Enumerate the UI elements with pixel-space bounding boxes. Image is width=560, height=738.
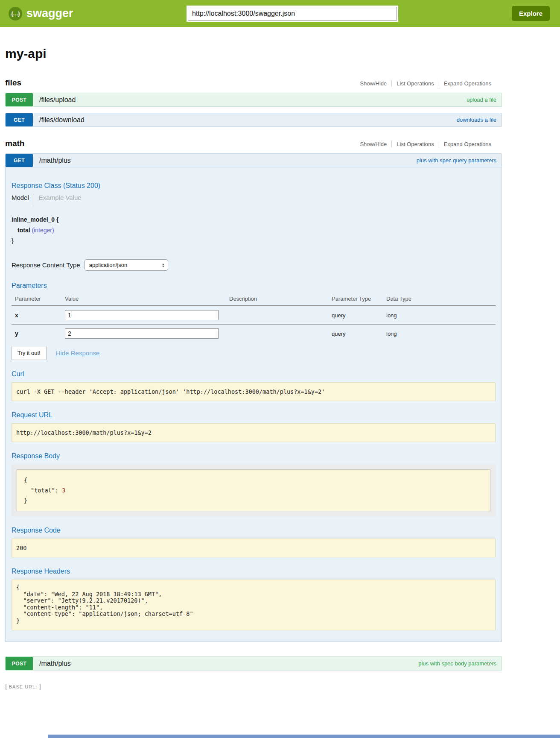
model-signature: inline_model_0 { total (integer) } [12, 214, 496, 246]
get-method-badge: GET [6, 113, 33, 126]
post-method-badge: POST [6, 657, 33, 670]
parameter-data-type: long [386, 325, 496, 343]
parameter-name: y [12, 325, 65, 343]
explore-button[interactable]: Explore [512, 6, 550, 21]
parameter-x-input[interactable] [65, 310, 219, 320]
response-code-heading: Response Code [12, 527, 496, 534]
parameter-row-y: y query long [12, 325, 496, 343]
try-it-out-button[interactable]: Try it out! [12, 346, 47, 360]
model-property-type: (integer) [32, 227, 54, 234]
parameter-y-input[interactable] [65, 328, 219, 339]
files-section-links: Show/Hide List Operations Expand Operati… [355, 80, 496, 87]
col-data-type: Data Type [386, 294, 496, 306]
model-property-name: total [18, 227, 30, 234]
try-it-out-row: Try it out! Hide Response [12, 346, 496, 360]
response-body-json: { "total": 3 } [17, 469, 490, 511]
parameter-type: query [332, 325, 386, 343]
parameters-table: Parameter Value Description Parameter Ty… [12, 294, 496, 343]
base-url-label: BASE URL: [9, 684, 37, 689]
swagger-logo-text: swagger [26, 7, 73, 20]
operation-row-math-plus-post[interactable]: POST /math/plus plus with spec body para… [5, 656, 502, 671]
files-section-title: files [5, 78, 21, 88]
files-expand-operations-link[interactable]: Expand Operations [439, 80, 496, 87]
operation-summary-link[interactable]: upload a file [467, 97, 496, 103]
tab-model[interactable]: Model [12, 194, 29, 201]
operation-row-files-upload[interactable]: POST /files/upload upload a file [5, 93, 502, 107]
parameter-description [229, 325, 332, 343]
spec-url-input[interactable] [188, 7, 397, 20]
parameter-description [229, 306, 332, 325]
response-code-value: 200 [12, 539, 496, 557]
select-arrows-icon: ▲▼ [162, 263, 165, 267]
main-content: my-api files Show/Hide List Operations E… [5, 47, 502, 691]
response-content-type-label: Response Content Type [12, 261, 80, 269]
swagger-logo-icon: {…} [9, 7, 22, 20]
request-url-heading: Request URL [12, 411, 496, 419]
base-url-bracket-close: ] [39, 682, 41, 691]
curl-command: curl -X GET --header 'Accept: applicatio… [12, 382, 496, 401]
request-url-value: http://localhost:3000/math/plus?x=1&y=2 [12, 423, 496, 442]
get-method-badge: GET [6, 154, 33, 167]
files-list-operations-link[interactable]: List Operations [391, 80, 438, 87]
col-description: Description [229, 294, 332, 306]
operation-path[interactable]: /files/upload [39, 96, 76, 104]
base-url-bracket-open: [ [5, 682, 7, 691]
tab-example-value[interactable]: Example Value [39, 194, 82, 201]
response-content-type-row: Response Content Type application/json ▲… [12, 259, 496, 271]
operation-row-files-download[interactable]: GET /files/download downloads a file [5, 113, 502, 127]
operation-path[interactable]: /files/download [39, 116, 85, 124]
files-section-header: files Show/Hide List Operations Expand O… [5, 78, 502, 88]
math-plus-expanded-panel: Response Class (Status 200) Model Exampl… [5, 167, 502, 642]
response-content-type-select[interactable]: application/json ▲▼ [85, 259, 168, 271]
parameter-type: query [332, 306, 386, 325]
response-headers-json: { "date": "Wed, 22 Aug 2018 18:49:13 GMT… [12, 580, 496, 630]
operation-row-math-plus-get[interactable]: GET /math/plus plus with spec query para… [5, 153, 502, 167]
operation-path[interactable]: /math/plus [39, 660, 71, 668]
math-section-header: math Show/Hide List Operations Expand Op… [5, 139, 502, 148]
hide-response-link[interactable]: Hide Response [56, 349, 100, 357]
math-show-hide-link[interactable]: Show/Hide [355, 141, 391, 147]
response-content-type-value: application/json [89, 262, 128, 268]
math-list-operations-link[interactable]: List Operations [391, 141, 438, 147]
model-tabs: Model Example Value [12, 194, 496, 207]
operation-path[interactable]: /math/plus [39, 157, 71, 164]
window-bottom-edge-bar [48, 735, 560, 738]
math-expand-operations-link[interactable]: Expand Operations [439, 141, 496, 147]
parameters-heading: Parameters [12, 282, 496, 290]
math-section-title: math [5, 139, 24, 148]
json-key: "total": [31, 487, 58, 494]
parameter-row-x: x query long [12, 306, 496, 325]
json-value: 3 [62, 487, 65, 494]
model-name: inline_model_0 { [12, 216, 58, 223]
curl-heading: Curl [12, 370, 496, 378]
col-parameter-type: Parameter Type [332, 294, 386, 306]
json-close-brace: } [24, 495, 483, 506]
col-value: Value [65, 294, 229, 306]
col-parameter: Parameter [12, 294, 65, 306]
operation-summary-link[interactable]: downloads a file [457, 117, 496, 123]
parameter-data-type: long [386, 306, 496, 325]
files-show-hide-link[interactable]: Show/Hide [355, 80, 391, 87]
base-url-footer: [ BASE URL: ] [5, 682, 502, 691]
json-open-brace: { [24, 475, 483, 485]
model-close-brace: } [12, 236, 496, 246]
response-class-heading: Response Class (Status 200) [12, 182, 496, 190]
response-body-block: { "total": 3 } [12, 464, 496, 516]
math-section-links: Show/Hide List Operations Expand Operati… [355, 141, 496, 147]
response-headers-heading: Response Headers [12, 568, 496, 575]
response-body-heading: Response Body [12, 452, 496, 460]
operation-summary-link[interactable]: plus with spec query parameters [417, 157, 496, 164]
parameter-name: x [12, 306, 65, 325]
page-title: my-api [5, 47, 502, 61]
tab-divider [34, 194, 34, 207]
operation-summary-link[interactable]: plus with spec body parameters [418, 660, 496, 667]
header-bar: {…} swagger Explore [0, 0, 560, 27]
post-method-badge: POST [6, 93, 33, 106]
swagger-logo[interactable]: {…} swagger [9, 7, 188, 20]
